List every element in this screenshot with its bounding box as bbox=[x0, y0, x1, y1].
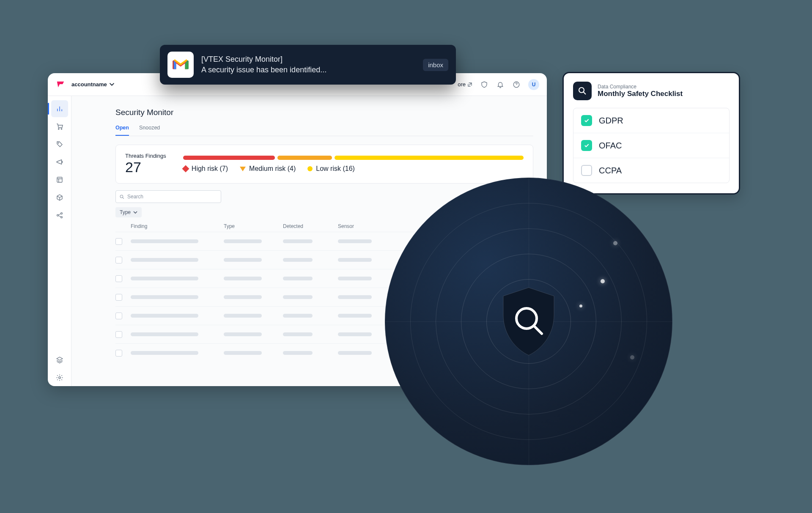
account-name-label: accountname bbox=[71, 81, 107, 88]
checklist-items: GDPR OFAC CCPA bbox=[573, 108, 730, 183]
legend-low: Low risk (16) bbox=[307, 165, 355, 173]
summary-count: 27 bbox=[125, 159, 166, 176]
radar-blip bbox=[613, 241, 617, 245]
row-checkbox[interactable] bbox=[115, 275, 122, 282]
risk-distribution-bar bbox=[183, 156, 524, 160]
check-icon bbox=[581, 165, 592, 176]
shield-icon[interactable] bbox=[480, 80, 488, 89]
row-checkbox[interactable] bbox=[115, 350, 122, 357]
check-icon bbox=[581, 115, 592, 126]
circle-icon bbox=[307, 166, 313, 171]
row-checkbox[interactable] bbox=[115, 257, 122, 263]
tab-snoozed[interactable]: Snoozed bbox=[139, 125, 160, 136]
svg-rect-4 bbox=[57, 177, 62, 182]
svg-point-2 bbox=[61, 129, 62, 129]
search-input[interactable]: Search bbox=[115, 190, 221, 203]
inbox-badge: inbox bbox=[423, 59, 448, 71]
legend-high: High risk (7) bbox=[183, 165, 228, 173]
bar-low bbox=[335, 156, 524, 160]
store-link-label: ore bbox=[458, 81, 466, 88]
toast-message: [VTEX Security Monitor] A security issue… bbox=[201, 54, 415, 75]
svg-point-8 bbox=[58, 377, 60, 379]
col-detected: Detected bbox=[283, 223, 338, 229]
check-icon bbox=[581, 140, 592, 151]
type-filter[interactable]: Type bbox=[115, 207, 142, 217]
tab-open[interactable]: Open bbox=[115, 125, 129, 136]
svg-point-1 bbox=[58, 129, 59, 129]
radar-graphic bbox=[385, 178, 672, 465]
chevron-down-icon bbox=[110, 82, 114, 87]
shield-magnifier-icon bbox=[497, 285, 560, 357]
sidebar-item-settings[interactable] bbox=[51, 369, 68, 386]
radar-blip bbox=[579, 305, 582, 307]
triangle-down-icon bbox=[240, 167, 246, 171]
legend-medium: Medium risk (4) bbox=[240, 165, 296, 173]
vtex-logo-icon bbox=[55, 80, 66, 90]
help-icon[interactable] bbox=[512, 80, 521, 89]
sidebar-item-tags[interactable] bbox=[51, 136, 68, 153]
diamond-icon bbox=[182, 165, 189, 173]
checklist-subtitle: Data Compliance bbox=[598, 84, 683, 90]
svg-point-9 bbox=[120, 195, 123, 198]
row-checkbox[interactable] bbox=[115, 294, 122, 301]
sidebar-item-inventory[interactable] bbox=[51, 189, 68, 206]
sidebar-item-analytics[interactable] bbox=[51, 100, 68, 117]
sidebar-item-layout[interactable] bbox=[51, 171, 68, 188]
account-switcher[interactable]: accountname bbox=[71, 81, 114, 88]
gmail-icon bbox=[167, 52, 194, 78]
bell-icon[interactable] bbox=[496, 80, 505, 89]
row-checkbox[interactable] bbox=[115, 313, 122, 319]
checklist-item[interactable]: GDPR bbox=[573, 108, 729, 133]
sidebar-item-layers[interactable] bbox=[51, 351, 68, 368]
checklist-header: Data Compliance Monthly Safety Checklist bbox=[573, 82, 730, 100]
svg-point-3 bbox=[58, 143, 59, 143]
search-icon bbox=[119, 194, 125, 200]
safety-checklist-panel: Data Compliance Monthly Safety Checklist… bbox=[562, 72, 740, 195]
risk-legend: High risk (7) Medium risk (4) Low risk (… bbox=[183, 165, 524, 173]
sidebar-item-share[interactable] bbox=[51, 207, 68, 224]
row-checkbox[interactable] bbox=[115, 238, 122, 245]
sidebar bbox=[48, 96, 71, 386]
page-title: Security Monitor bbox=[115, 108, 533, 117]
header-actions: ore U bbox=[458, 79, 539, 90]
checklist-item[interactable]: OFAC bbox=[573, 133, 729, 158]
tabs: Open Snoozed bbox=[115, 125, 533, 136]
summary-label: Threats Findings bbox=[125, 153, 166, 159]
radar-blip bbox=[601, 279, 605, 283]
sidebar-item-promotions[interactable] bbox=[51, 154, 68, 170]
search-placeholder: Search bbox=[127, 194, 143, 200]
bar-high bbox=[183, 156, 275, 160]
row-checkbox[interactable] bbox=[115, 331, 122, 338]
bar-medium bbox=[277, 156, 332, 160]
checklist-title: Monthly Safety Checklist bbox=[598, 90, 683, 98]
sidebar-item-orders[interactable] bbox=[51, 118, 68, 135]
col-type: Type bbox=[224, 223, 283, 229]
col-finding: Finding bbox=[131, 223, 224, 229]
chevron-down-icon bbox=[133, 210, 137, 214]
store-link[interactable]: ore bbox=[458, 81, 472, 88]
magnifier-icon bbox=[573, 82, 592, 100]
radar-blip bbox=[630, 355, 634, 359]
email-notification-toast[interactable]: [VTEX Security Monitor] A security issue… bbox=[160, 45, 456, 85]
user-avatar[interactable]: U bbox=[528, 79, 539, 90]
external-link-icon bbox=[467, 82, 472, 87]
svg-point-10 bbox=[579, 88, 584, 93]
